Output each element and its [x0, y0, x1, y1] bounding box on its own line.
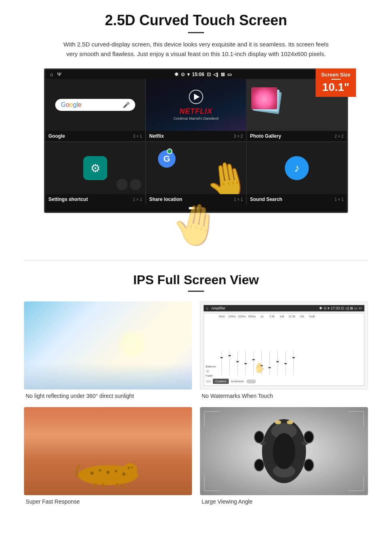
svg-rect-19 — [292, 357, 295, 358]
car-top-visual — [200, 407, 368, 495]
screen-size-badge: Screen Size 10.1" — [316, 68, 356, 97]
x-icon: ⊠ — [221, 72, 225, 77]
svg-point-22 — [90, 472, 94, 475]
wifi-icon: ▾ — [187, 72, 190, 77]
svg-point-28 — [128, 467, 130, 469]
usb-icon: Ψ — [57, 71, 62, 77]
svg-rect-13 — [268, 367, 271, 368]
amp-icons: ✱ ⊙ ▾ 17:33 ⊡ ◁) ⊠ ▭ ↩ — [319, 306, 362, 310]
feature-amplifier-image: ⌂ Amplifier ✱ ⊙ ▾ 17:33 ⊡ ◁) ⊠ ▭ ↩ 60hz … — [200, 301, 368, 389]
section1-description: With 2.5D curved-display screen, this de… — [60, 40, 332, 59]
eq-bars: ✋ — [218, 349, 298, 377]
svg-rect-3 — [228, 355, 231, 356]
section2-underline — [188, 291, 204, 292]
svg-point-37 — [273, 433, 295, 469]
window-icon: ▭ — [227, 72, 232, 77]
eq-svg: ✋ — [218, 349, 298, 377]
section-curved-screen: 2.5D Curved Touch Screen With 2.5D curve… — [0, 0, 392, 256]
google-logo: Google — [61, 101, 82, 108]
status-bar-center: ✱ ⊙ ▾ 15:06 ⊡ ◁) ⊠ ▭ — [64, 72, 342, 77]
section1-title: 2.5D Curved Touch Screen — [24, 12, 368, 29]
svg-rect-17 — [284, 363, 287, 364]
svg-rect-1 — [220, 357, 223, 358]
svg-rect-5 — [236, 361, 239, 362]
feature-car-label: Large Viewing Angle — [200, 498, 368, 505]
title-underline — [188, 32, 204, 33]
bluetooth-icon: ✱ — [174, 72, 178, 77]
amp-toggle[interactable] — [246, 379, 256, 383]
amp-footer: ◁◁ Custom loudness — [206, 379, 362, 384]
section2-title: IPS Full Screen View — [24, 273, 368, 287]
svg-text:✋: ✋ — [254, 362, 266, 373]
svg-point-25 — [115, 470, 117, 472]
sound-label-row: Sound Search 1 × 1 — [247, 194, 347, 205]
feature-sunlight: No light reflecting under 360° direct su… — [24, 301, 192, 399]
amp-title: Amplifier — [211, 306, 225, 310]
camera-icon: ⊡ — [207, 72, 211, 77]
time-display: 15:06 — [192, 72, 204, 77]
car-svg — [252, 415, 316, 487]
sunlight-glow-effect — [116, 328, 148, 360]
amp-eq-sliders: ✋ — [218, 349, 362, 377]
amp-header: ⌂ Amplifier ✱ ⊙ ▾ 17:33 ⊡ ◁) ⊠ ▭ ↩ — [204, 305, 364, 311]
amp-body: 60hz 100hz 200hz 500hz 1k 2.5k 10k 12.5k… — [204, 313, 364, 386]
feature-amplifier-label: No Watermarks When Touch — [200, 393, 368, 399]
badge-label: Screen Size — [321, 72, 350, 78]
cheetah-svg — [72, 457, 144, 487]
netflix-subtitle: Continue Marvel's Daredevil — [174, 116, 218, 120]
svg-rect-7 — [244, 363, 247, 364]
badge-size: 10.1" — [321, 81, 350, 94]
play-triangle-icon — [194, 94, 200, 100]
netflix-app-name: Netflix — [149, 133, 164, 139]
feature-car-image — [200, 407, 368, 495]
netflix-overlay: NETFLIX Continue Marvel's Daredevil — [146, 79, 246, 131]
svg-point-44 — [275, 420, 281, 424]
badge-underline — [331, 79, 341, 80]
share-app-size: 1 × 1 — [234, 197, 243, 202]
google-label-row: Google 3 × 1 — [45, 131, 145, 141]
sound-app-size: 1 × 1 — [334, 197, 344, 202]
netflix-app-size: 3 × 2 — [234, 134, 243, 138]
app-cell-netflix[interactable]: NETFLIX Continue Marvel's Daredevil Netf… — [146, 79, 246, 141]
feature-amplifier: ⌂ Amplifier ✱ ⊙ ▾ 17:33 ⊡ ◁) ⊠ ▭ ↩ 60hz … — [200, 301, 368, 399]
sound-search-icon: ♪ — [285, 156, 309, 180]
svg-point-42 — [254, 459, 264, 471]
app-cell-sound-search[interactable]: ♪ Sound Search 1 × 1 — [247, 142, 347, 205]
netflix-label-row: Netflix 3 × 2 — [146, 131, 246, 141]
google-search-bar[interactable]: Google 🎤 — [55, 99, 135, 111]
svg-rect-31 — [102, 483, 104, 487]
feature-cheetah-image — [24, 407, 192, 495]
netflix-logo: NETFLIX — [180, 107, 212, 116]
svg-point-23 — [99, 469, 101, 472]
svg-point-40 — [254, 431, 264, 443]
svg-rect-30 — [94, 483, 96, 487]
cheetah-body — [72, 457, 144, 487]
status-bar: ⌂ Ψ ✱ ⊙ ▾ 15:06 ⊡ ◁) ⊠ ▭ — [45, 70, 347, 79]
gps-icon: ⊙ — [181, 72, 185, 77]
amp-sliders-area: Balance ◁) Fader — [206, 319, 362, 377]
sound-app-top: ♪ — [247, 142, 347, 194]
svg-rect-9 — [252, 359, 255, 360]
amplifier-visual: ⌂ Amplifier ✱ ⊙ ▾ 17:33 ⊡ ◁) ⊠ ▭ ↩ 60hz … — [200, 301, 368, 389]
home-icon[interactable]: ⌂ — [50, 71, 53, 77]
volume-icon: ◁) — [213, 72, 218, 77]
sound-app-name: Sound Search — [250, 197, 282, 202]
svg-point-43 — [304, 459, 314, 471]
svg-rect-15 — [276, 361, 279, 362]
amp-freq-labels: 60hz 100hz 200hz 500hz 1k 2.5k 10k 12.5k… — [206, 315, 362, 318]
feature-grid: No light reflecting under 360° direct su… — [24, 301, 368, 505]
maps-check-icon — [167, 149, 172, 154]
svg-point-29 — [131, 467, 133, 468]
amp-home-icon: ⌂ — [206, 306, 208, 310]
amp-custom-btn[interactable]: Custom — [213, 379, 229, 384]
play-button[interactable] — [189, 90, 203, 104]
svg-point-41 — [304, 431, 314, 443]
app-cell-google[interactable]: Google 🎤 Google 3 × 1 — [45, 79, 145, 141]
netflix-app-top: NETFLIX Continue Marvel's Daredevil — [146, 79, 246, 131]
settings-icon: ⚙ — [83, 156, 107, 180]
status-bar-left: ⌂ Ψ — [50, 71, 62, 77]
feature-sunlight-image — [24, 301, 192, 389]
feature-cheetah: Super Fast Response — [24, 407, 192, 505]
section-ips-screen: IPS Full Screen View No light reflecting… — [0, 261, 392, 513]
feature-car: Large Viewing Angle — [200, 407, 368, 505]
